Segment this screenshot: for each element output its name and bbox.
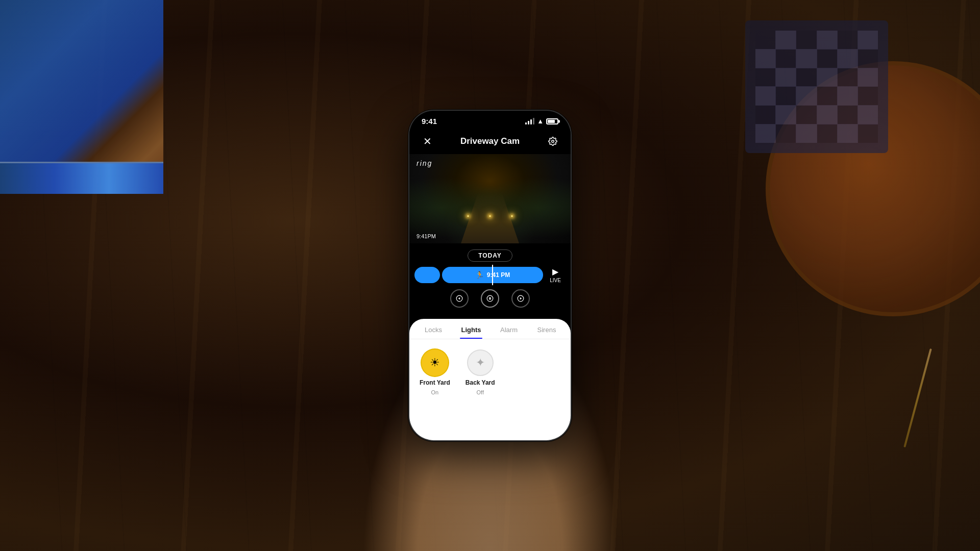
ring-logo: ring: [416, 159, 432, 167]
svg-rect-5: [490, 297, 491, 300]
tab-locks[interactable]: Locks: [414, 319, 452, 339]
timeline-scrubber: [492, 265, 493, 285]
svg-point-3: [487, 295, 493, 302]
tab-alarm[interactable]: Alarm: [490, 319, 528, 339]
rewind-button[interactable]: [450, 289, 469, 308]
svg-marker-2: [458, 297, 460, 300]
books-decoration: [0, 0, 163, 194]
svg-marker-7: [520, 297, 522, 300]
chess-board-decoration: [745, 20, 888, 153]
light-spot: [468, 215, 469, 217]
front-yard-light-icon[interactable]: ☀: [422, 349, 448, 376]
timeline-section: TODAY 🏃 9:41 PM ▶ LIVE: [409, 243, 571, 319]
back-yard-status: Off: [476, 389, 483, 395]
svg-rect-4: [489, 297, 489, 300]
light-device-front-yard[interactable]: ☀ Front Yard On: [420, 349, 450, 395]
front-yard-label: Front Yard: [420, 379, 450, 386]
timeline-event[interactable]: 🏃 9:41 PM: [442, 267, 543, 283]
live-label: LIVE: [550, 278, 561, 283]
timeline-time: 9:41 PM: [487, 271, 510, 279]
bottom-tabs: Locks Lights Alarm Sirens: [409, 319, 571, 339]
light-spot: [511, 215, 513, 217]
playback-controls: [409, 289, 571, 315]
status-icons: ▲: [525, 117, 558, 125]
signal-icon: [525, 118, 534, 124]
tab-sirens[interactable]: Sirens: [528, 319, 566, 339]
timeline-segment-left: [414, 267, 440, 283]
settings-button[interactable]: [545, 134, 560, 149]
live-button[interactable]: ▶ LIVE: [545, 267, 566, 283]
today-button[interactable]: TODAY: [468, 249, 512, 262]
forward-button[interactable]: [511, 289, 530, 308]
close-button[interactable]: ✕: [420, 134, 435, 149]
back-yard-label: Back Yard: [465, 379, 495, 386]
status-time: 9:41: [422, 117, 437, 126]
timeline-bar[interactable]: 🏃 9:41 PM ▶ LIVE: [409, 267, 571, 283]
tab-lights[interactable]: Lights: [452, 319, 490, 339]
motion-icon: 🏃: [475, 271, 484, 279]
camera-feed[interactable]: ring 9:41PM: [409, 154, 571, 243]
light-off-icon: ✦: [476, 356, 485, 369]
camera-timestamp: 9:41PM: [416, 233, 436, 239]
app-header: ✕ Driveway Cam: [409, 129, 571, 154]
wifi-icon: ▲: [537, 117, 544, 125]
light-device-back-yard[interactable]: ✦ Back Yard Off: [465, 349, 495, 395]
app-content: ✕ Driveway Cam: [409, 129, 571, 440]
phone: 9:41 ▲ ✕ Driveway Cam: [408, 110, 572, 441]
back-yard-light-icon[interactable]: ✦: [467, 349, 494, 376]
camera-scene: [409, 154, 571, 243]
phone-container: 9:41 ▲ ✕ Driveway Cam: [408, 110, 572, 441]
svg-point-0: [552, 140, 554, 143]
lights-content: ☀ Front Yard On ✦ Back Yard Off: [409, 339, 571, 406]
page-title: Driveway Cam: [460, 136, 520, 146]
camera-lights: [468, 215, 513, 217]
light-spot: [489, 215, 491, 217]
light-on-icon: ☀: [430, 356, 440, 369]
battery-icon: [546, 118, 558, 124]
front-yard-status: On: [431, 389, 439, 395]
bottom-panel: Locks Lights Alarm Sirens: [409, 319, 571, 440]
status-bar: 9:41 ▲: [409, 111, 571, 129]
pause-button[interactable]: [481, 289, 499, 308]
live-play-icon: ▶: [552, 267, 558, 277]
today-badge: TODAY: [409, 249, 571, 262]
